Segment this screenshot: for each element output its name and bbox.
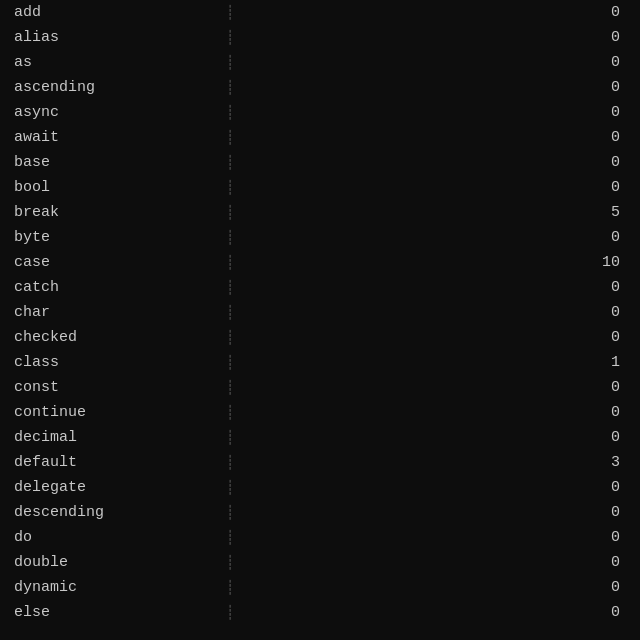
table-row: add┊0 xyxy=(0,0,640,25)
count-cell: 0 xyxy=(240,54,640,71)
keyword-cell: case xyxy=(0,254,220,271)
table-row: catch┊0 xyxy=(0,275,640,300)
keyword-cell: delegate xyxy=(0,479,220,496)
keyword-cell: byte xyxy=(0,229,220,246)
count-cell: 0 xyxy=(240,29,640,46)
table-row: descending┊0 xyxy=(0,500,640,525)
column-divider: ┊ xyxy=(220,179,240,196)
count-cell: 0 xyxy=(240,154,640,171)
keyword-cell: catch xyxy=(0,279,220,296)
keyword-cell: async xyxy=(0,104,220,121)
table-row: double┊0 xyxy=(0,550,640,575)
keyword-cell: continue xyxy=(0,404,220,421)
count-cell: 0 xyxy=(240,279,640,296)
count-cell: 0 xyxy=(240,129,640,146)
keyword-cell: decimal xyxy=(0,429,220,446)
column-divider: ┊ xyxy=(220,404,240,421)
count-cell: 3 xyxy=(240,454,640,471)
column-divider: ┊ xyxy=(220,479,240,496)
keyword-cell: else xyxy=(0,604,220,621)
keyword-cell: descending xyxy=(0,504,220,521)
column-divider: ┊ xyxy=(220,429,240,446)
table-row: continue┊0 xyxy=(0,400,640,425)
count-cell: 0 xyxy=(240,4,640,21)
table-row: default┊3 xyxy=(0,450,640,475)
column-divider: ┊ xyxy=(220,304,240,321)
table-row: async┊0 xyxy=(0,100,640,125)
keyword-cell: add xyxy=(0,4,220,21)
column-divider: ┊ xyxy=(220,604,240,621)
column-divider: ┊ xyxy=(220,54,240,71)
column-divider: ┊ xyxy=(220,129,240,146)
keyword-cell: break xyxy=(0,204,220,221)
keyword-cell: checked xyxy=(0,329,220,346)
column-divider: ┊ xyxy=(220,379,240,396)
table-row: break┊5 xyxy=(0,200,640,225)
count-cell: 0 xyxy=(240,554,640,571)
table-row: class┊1 xyxy=(0,350,640,375)
count-cell: 0 xyxy=(240,504,640,521)
column-divider: ┊ xyxy=(220,104,240,121)
column-divider: ┊ xyxy=(220,4,240,21)
keyword-cell: base xyxy=(0,154,220,171)
keyword-cell: as xyxy=(0,54,220,71)
count-cell: 0 xyxy=(240,104,640,121)
column-divider: ┊ xyxy=(220,229,240,246)
keyword-cell: alias xyxy=(0,29,220,46)
count-cell: 0 xyxy=(240,529,640,546)
count-cell: 0 xyxy=(240,579,640,596)
count-cell: 0 xyxy=(240,304,640,321)
table-row: case┊10 xyxy=(0,250,640,275)
keyword-cell: double xyxy=(0,554,220,571)
table-row: alias┊0 xyxy=(0,25,640,50)
table-row: do┊0 xyxy=(0,525,640,550)
column-divider: ┊ xyxy=(220,529,240,546)
count-cell: 0 xyxy=(240,79,640,96)
count-cell: 5 xyxy=(240,204,640,221)
column-divider: ┊ xyxy=(220,354,240,371)
count-cell: 10 xyxy=(240,254,640,271)
column-divider: ┊ xyxy=(220,29,240,46)
table-row: else┊0 xyxy=(0,600,640,625)
column-divider: ┊ xyxy=(220,454,240,471)
column-divider: ┊ xyxy=(220,154,240,171)
count-cell: 0 xyxy=(240,404,640,421)
table-row: base┊0 xyxy=(0,150,640,175)
count-cell: 0 xyxy=(240,179,640,196)
table-row: char┊0 xyxy=(0,300,640,325)
table-row: checked┊0 xyxy=(0,325,640,350)
table-row: await┊0 xyxy=(0,125,640,150)
keyword-cell: dynamic xyxy=(0,579,220,596)
keyword-cell: await xyxy=(0,129,220,146)
keyword-cell: ascending xyxy=(0,79,220,96)
table-row: delegate┊0 xyxy=(0,475,640,500)
column-divider: ┊ xyxy=(220,329,240,346)
count-cell: 1 xyxy=(240,354,640,371)
keyword-cell: const xyxy=(0,379,220,396)
count-cell: 0 xyxy=(240,229,640,246)
table-row: as┊0 xyxy=(0,50,640,75)
column-divider: ┊ xyxy=(220,79,240,96)
table-row: const┊0 xyxy=(0,375,640,400)
keyword-cell: default xyxy=(0,454,220,471)
column-divider: ┊ xyxy=(220,254,240,271)
column-divider: ┊ xyxy=(220,279,240,296)
column-divider: ┊ xyxy=(220,204,240,221)
table-row: byte┊0 xyxy=(0,225,640,250)
table-row: ascending┊0 xyxy=(0,75,640,100)
keyword-cell: bool xyxy=(0,179,220,196)
column-divider: ┊ xyxy=(220,554,240,571)
count-cell: 0 xyxy=(240,329,640,346)
column-divider: ┊ xyxy=(220,579,240,596)
count-cell: 0 xyxy=(240,604,640,621)
table-row: bool┊0 xyxy=(0,175,640,200)
keyword-table: add┊0alias┊0as┊0ascending┊0async┊0await┊… xyxy=(0,0,640,640)
keyword-cell: class xyxy=(0,354,220,371)
count-cell: 0 xyxy=(240,479,640,496)
keyword-cell: do xyxy=(0,529,220,546)
table-row: dynamic┊0 xyxy=(0,575,640,600)
keyword-cell: char xyxy=(0,304,220,321)
column-divider: ┊ xyxy=(220,504,240,521)
count-cell: 0 xyxy=(240,379,640,396)
table-row: decimal┊0 xyxy=(0,425,640,450)
